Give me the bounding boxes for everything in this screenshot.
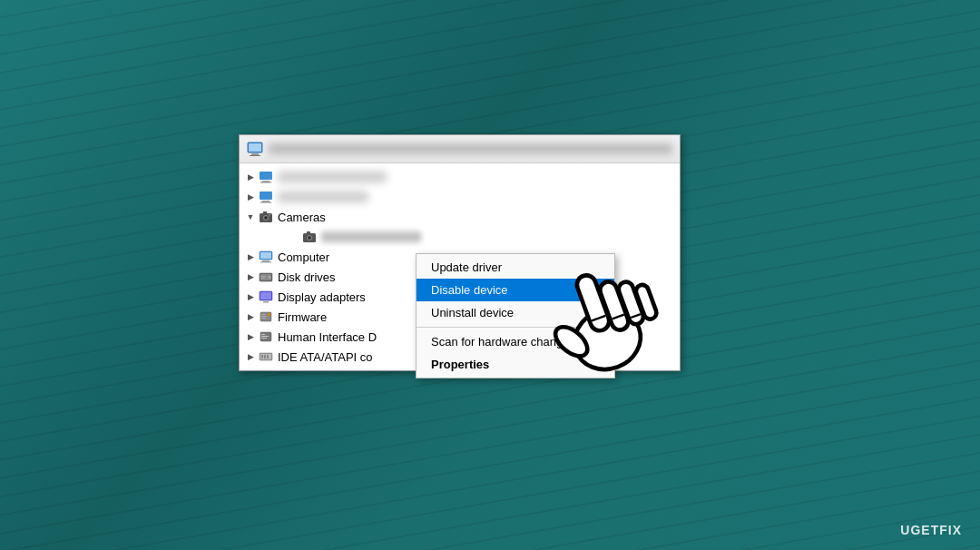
svg-point-27: [268, 276, 271, 280]
svg-rect-46: [267, 355, 269, 358]
svg-rect-7: [260, 192, 272, 200]
svg-rect-2: [250, 155, 260, 156]
context-menu: Update driver Disable device Uninstall d…: [416, 253, 615, 378]
hid-icon: [258, 329, 274, 345]
tree-item-label: IDE ATA/ATAPI co: [278, 350, 373, 364]
svg-rect-4: [260, 172, 272, 180]
display-icon: [258, 289, 274, 305]
camera-sub-icon: [301, 229, 318, 245]
svg-rect-20: [307, 231, 310, 234]
tree-item-label: Firmware: [278, 310, 327, 324]
firmware-icon: [258, 309, 274, 325]
svg-rect-3: [249, 143, 261, 152]
device-icon: [258, 169, 274, 185]
svg-rect-22: [260, 252, 271, 259]
svg-point-19: [309, 237, 310, 239]
svg-rect-31: [260, 292, 271, 300]
window-title: [269, 143, 672, 154]
tree-item-cameras[interactable]: Cameras: [240, 207, 680, 227]
tree-item-label: Computer: [278, 250, 329, 264]
svg-rect-29: [260, 278, 265, 279]
svg-rect-44: [261, 355, 263, 358]
tree-item-label: Cameras: [278, 211, 326, 224]
svg-rect-32: [263, 301, 269, 303]
svg-rect-34: [261, 314, 265, 315]
window-app-icon: [247, 141, 263, 157]
expand-icon: [243, 329, 258, 344]
tree-item-label: Disk drives: [278, 270, 336, 284]
svg-rect-24: [260, 262, 271, 263]
svg-rect-8: [262, 201, 270, 202]
expand-icon: [243, 309, 258, 324]
ctx-scan-hardware[interactable]: Scan for hardware changes: [416, 330, 614, 353]
svg-rect-35: [261, 316, 267, 317]
ctx-disable-device[interactable]: Disable device: [416, 279, 614, 301]
ctx-divider: [416, 327, 614, 328]
svg-rect-39: [261, 334, 265, 335]
svg-rect-41: [261, 338, 267, 339]
tree-item-blurred1[interactable]: [240, 167, 680, 187]
ctx-uninstall-device[interactable]: Uninstall device: [416, 301, 614, 324]
svg-rect-23: [262, 260, 270, 262]
svg-rect-40: [261, 336, 269, 337]
svg-rect-45: [264, 355, 266, 358]
camera-icon: [258, 209, 274, 225]
device-icon: [258, 189, 274, 205]
tree-item-blurred2[interactable]: [240, 187, 680, 207]
tree-item-label: [278, 192, 368, 202]
watermark: UGETFIX: [900, 523, 962, 537]
svg-point-13: [265, 217, 267, 219]
svg-rect-37: [268, 313, 270, 316]
expand-icon: [243, 190, 258, 204]
svg-rect-1: [251, 153, 259, 155]
expand-icon: [243, 210, 258, 224]
computer-icon: [258, 249, 274, 265]
expand-icon: [243, 170, 258, 184]
tree-item-label: [278, 172, 387, 182]
tree-item-label: Human Interface D: [278, 330, 377, 344]
tree-item-camera-sub[interactable]: [240, 227, 680, 247]
expand-icon: [243, 270, 258, 284]
ctx-properties[interactable]: Properties: [416, 353, 614, 376]
tree-item-label: Display adapters: [278, 290, 366, 304]
svg-rect-9: [260, 202, 271, 203]
camera-sub-label: [321, 231, 421, 242]
svg-rect-6: [260, 182, 271, 183]
window-titlebar: [240, 135, 680, 163]
ide-icon: [258, 349, 274, 365]
svg-rect-14: [263, 211, 267, 214]
svg-rect-36: [261, 318, 266, 319]
expand-icon: [243, 290, 258, 304]
svg-rect-28: [260, 276, 266, 277]
ctx-update-driver[interactable]: Update driver: [416, 256, 614, 279]
expand-icon: [243, 349, 258, 364]
svg-rect-15: [269, 214, 270, 216]
disk-icon: [258, 269, 274, 285]
svg-rect-5: [262, 181, 270, 182]
expand-icon: [243, 250, 258, 264]
